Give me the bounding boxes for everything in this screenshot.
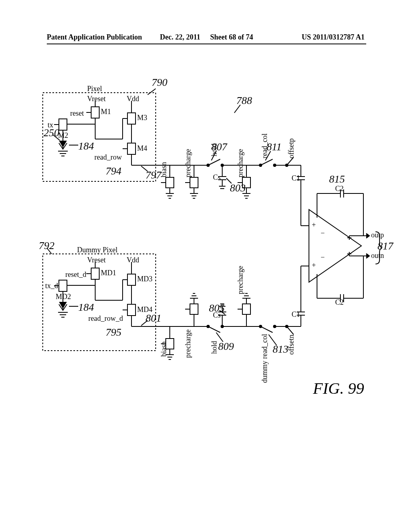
- dummy-vreset: Vreset: [87, 256, 106, 264]
- c1-bot: C1: [292, 310, 300, 319]
- svg-rect-32: [190, 177, 198, 188]
- header-date: Dec. 22, 2011: [160, 33, 200, 41]
- pixel-vreset: Vreset: [87, 95, 106, 103]
- amp-plus-bot: +: [312, 261, 316, 270]
- c2-bot: C2: [335, 298, 344, 307]
- svg-line-39: [208, 159, 220, 165]
- figure-area: 790 788 250 184 797 794 792 184 795 801 …: [35, 73, 382, 476]
- pixel-vdd: Vdd: [127, 95, 139, 103]
- svg-line-60: [287, 157, 294, 165]
- precharge-bot1: precharge: [184, 329, 192, 358]
- svg-line-154: [148, 89, 156, 95]
- pixel-m3: M3: [137, 114, 147, 122]
- amp-plus-top: +: [312, 221, 316, 229]
- svg-line-104: [208, 326, 220, 332]
- amp-minus-bot: −: [321, 253, 325, 262]
- ref-788: 788: [236, 95, 252, 107]
- header-rule: [47, 44, 366, 44]
- outp: outp: [371, 231, 384, 239]
- pixel-readrow: read_row: [94, 153, 122, 162]
- ref-797: 797: [146, 169, 161, 181]
- outn: outn: [371, 251, 384, 260]
- pixel-m4: M4: [137, 144, 147, 153]
- dummy-resetd: reset_d: [65, 270, 86, 279]
- offsetn: offsetn: [287, 335, 296, 355]
- svg-rect-24: [166, 177, 174, 188]
- pixel-tx: tx: [48, 121, 53, 129]
- ref-790: 790: [152, 77, 167, 89]
- read-col: read_col: [261, 133, 269, 158]
- svg-rect-18: [127, 143, 136, 154]
- svg-line-56: [261, 159, 273, 165]
- svg-line-121: [261, 326, 273, 332]
- cs-bot: Cs: [213, 311, 221, 320]
- dummy-md4: MD4: [137, 305, 152, 314]
- ref-794: 794: [106, 165, 121, 177]
- pixel-m2: M2: [58, 131, 68, 140]
- precharge-bot2: precharge: [236, 266, 245, 294]
- dummy-txd: tx_d: [45, 282, 58, 290]
- svg-rect-11: [127, 113, 136, 124]
- dummy-read-col: dummy read_col: [261, 334, 269, 383]
- svg-marker-130: [309, 210, 361, 282]
- ref-801: 801: [146, 312, 161, 324]
- ref-813: 813: [273, 343, 288, 355]
- biasn-bot: biasn: [160, 341, 168, 357]
- pixel-reset: reset: [70, 109, 84, 118]
- dummy-md1: MD1: [101, 269, 116, 277]
- ref-184b: 184: [78, 301, 94, 314]
- dummy-md2: MD2: [56, 293, 71, 301]
- cs-top: Cs: [213, 173, 221, 182]
- ref-815: 815: [329, 173, 345, 185]
- biasn-top: biasn: [160, 162, 168, 177]
- svg-rect-67: [91, 268, 99, 279]
- schematic-svg: [35, 73, 382, 476]
- header-pubno: US 2011/0312787 A1: [302, 33, 365, 42]
- svg-rect-97: [190, 304, 198, 314]
- svg-rect-83: [127, 304, 136, 316]
- page: Patent Application Publication Dec. 22, …: [0, 0, 413, 532]
- dummy-title: Dummy Pixel: [77, 246, 118, 254]
- dummy-readrowd: read_row_d: [88, 314, 123, 323]
- svg-rect-76: [127, 274, 136, 285]
- c2-top: C2: [335, 185, 344, 193]
- ref-184a: 184: [78, 140, 94, 152]
- dummy-md3: MD3: [137, 275, 152, 283]
- hold-bot: hold: [210, 341, 219, 354]
- hold-top: hold: [210, 143, 219, 156]
- header-sheet: Sheet 68 of 74: [210, 33, 253, 41]
- figure-number: FIG. 99: [313, 379, 364, 398]
- pixel-m1: M1: [101, 108, 111, 116]
- precharge-top2: precharge: [236, 149, 245, 177]
- svg-rect-2: [91, 107, 99, 118]
- ref-809: 809: [218, 341, 234, 353]
- ref-792: 792: [39, 240, 54, 252]
- ref-795: 795: [106, 326, 121, 339]
- svg-line-125: [287, 326, 294, 335]
- svg-rect-69: [59, 280, 67, 291]
- svg-rect-4: [59, 119, 67, 130]
- svg-rect-114: [242, 304, 250, 314]
- amp-minus-top: −: [321, 229, 325, 237]
- pixel-title: Pixel: [87, 85, 102, 93]
- offsetp: offsetp: [287, 138, 296, 158]
- c1-top: C1: [292, 174, 300, 183]
- ref-817: 817: [378, 240, 393, 252]
- dummy-vdd: Vdd: [127, 256, 139, 264]
- precharge-top1: precharge: [184, 149, 192, 177]
- ref-803: 803: [230, 182, 246, 194]
